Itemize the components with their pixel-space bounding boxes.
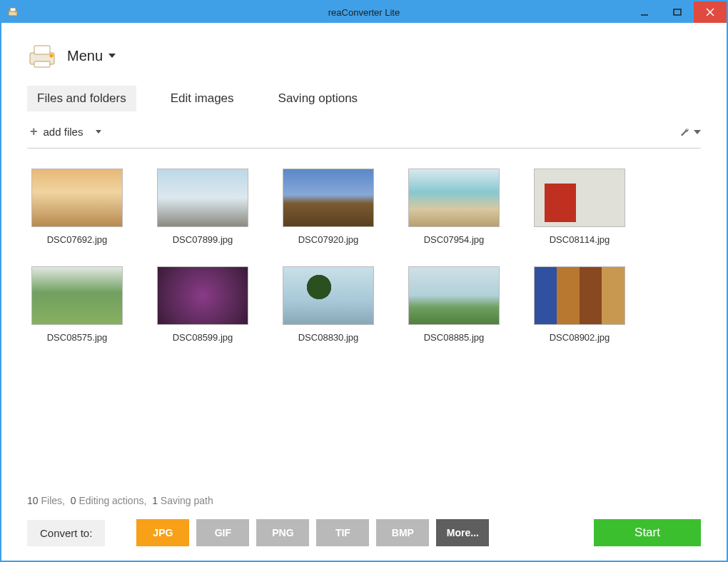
titlebar: reaConverter Lite <box>1 1 727 23</box>
file-item[interactable]: DSC08830.jpg <box>278 266 378 343</box>
format-bmp[interactable]: BMP <box>376 519 429 546</box>
file-item[interactable]: DSC08885.jpg <box>404 266 504 343</box>
file-item[interactable]: DSC07899.jpg <box>153 169 253 245</box>
app-icon <box>7 6 19 18</box>
window-controls <box>628 1 727 23</box>
file-name: DSC08114.jpg <box>530 234 630 245</box>
menu-button[interactable]: Menu <box>67 48 116 64</box>
svg-rect-8 <box>34 46 50 54</box>
file-item[interactable]: DSC08902.jpg <box>530 266 630 343</box>
file-name: DSC07954.jpg <box>404 234 504 245</box>
svg-rect-4 <box>674 9 681 15</box>
thumbnail-grid: DSC07692.jpgDSC07899.jpgDSC07920.jpgDSC0… <box>27 149 701 350</box>
files-count: 10 <box>27 495 39 506</box>
window-frame: reaConverter Lite Menu <box>0 0 728 562</box>
file-name: DSC08902.jpg <box>530 332 630 343</box>
thumbnail-image <box>283 266 374 325</box>
svg-rect-9 <box>34 61 50 67</box>
caret-down-icon <box>694 130 701 134</box>
tab-files-and-folders[interactable]: Files and folders <box>27 86 136 111</box>
menu-label-text: Menu <box>67 48 103 64</box>
maximize-icon <box>673 8 682 16</box>
paths-count: 1 <box>152 495 158 506</box>
add-files-label: add files <box>44 126 84 138</box>
content-area: Menu Files and foldersEdit imagesSaving … <box>1 23 727 561</box>
tab-edit-images[interactable]: Edit images <box>161 86 244 111</box>
file-name: DSC08599.jpg <box>153 332 253 343</box>
caret-down-icon <box>108 54 116 58</box>
thumbnail-image <box>31 169 123 227</box>
tabs: Files and foldersEdit imagesSaving optio… <box>27 86 701 111</box>
thumbnail-image <box>157 169 248 227</box>
paths-label: Saving path <box>161 495 213 506</box>
files-label: Files, <box>41 495 64 506</box>
settings-button[interactable] <box>678 126 701 139</box>
format-tif[interactable]: TIF <box>316 519 369 546</box>
toolbar: + add files <box>27 120 701 149</box>
file-item[interactable]: DSC07954.jpg <box>404 169 504 245</box>
file-item[interactable]: DSC07920.jpg <box>278 169 378 245</box>
window-title: reaConverter Lite <box>328 7 400 18</box>
actions-count: 0 <box>71 495 76 506</box>
status-bar: 10 Files, 0 Editing actions, 1 Saving pa… <box>27 485 701 519</box>
bottom-bar: Convert to: JPGGIFPNGTIFBMPMore... Start <box>27 519 701 546</box>
thumbnail-image <box>31 266 123 325</box>
thumbnail-image <box>408 266 500 325</box>
thumbnail-image <box>408 169 500 227</box>
add-files-button[interactable]: + add files <box>27 123 104 141</box>
thumbnail-image <box>283 169 374 227</box>
thumbnail-image <box>534 266 625 325</box>
format-more[interactable]: More... <box>436 519 489 546</box>
file-name: DSC08830.jpg <box>278 332 378 343</box>
svg-rect-1 <box>10 8 16 11</box>
tab-saving-options[interactable]: Saving options <box>268 86 368 111</box>
file-name: DSC08885.jpg <box>404 332 504 343</box>
svg-point-2 <box>15 11 16 13</box>
printer-icon <box>27 43 57 69</box>
plus-icon: + <box>30 124 38 139</box>
file-name: DSC08575.jpg <box>27 332 127 343</box>
close-button[interactable] <box>694 1 727 23</box>
thumbnail-image <box>157 266 248 325</box>
file-name: DSC07920.jpg <box>278 234 378 245</box>
thumbnail-image <box>534 169 625 227</box>
wrench-icon <box>678 126 691 139</box>
actions-label: Editing actions, <box>79 495 146 506</box>
minimize-icon <box>640 8 649 16</box>
svg-point-10 <box>50 54 54 58</box>
file-item[interactable]: DSC07692.jpg <box>27 169 127 245</box>
menu-row: Menu <box>27 43 701 69</box>
file-name: DSC07899.jpg <box>153 234 253 245</box>
close-icon <box>706 8 714 16</box>
dropdown-caret-icon <box>96 130 101 134</box>
format-group: JPGGIFPNGTIFBMPMore... <box>136 519 489 546</box>
maximize-button[interactable] <box>661 1 694 23</box>
format-png[interactable]: PNG <box>256 519 309 546</box>
file-item[interactable]: DSC08114.jpg <box>530 169 630 245</box>
file-item[interactable]: DSC08599.jpg <box>153 266 253 343</box>
file-item[interactable]: DSC08575.jpg <box>27 266 127 343</box>
file-name: DSC07692.jpg <box>27 234 127 245</box>
minimize-button[interactable] <box>628 1 661 23</box>
start-button[interactable]: Start <box>594 519 701 546</box>
format-jpg[interactable]: JPG <box>136 519 189 546</box>
format-gif[interactable]: GIF <box>196 519 249 546</box>
convert-to-label: Convert to: <box>27 520 105 546</box>
